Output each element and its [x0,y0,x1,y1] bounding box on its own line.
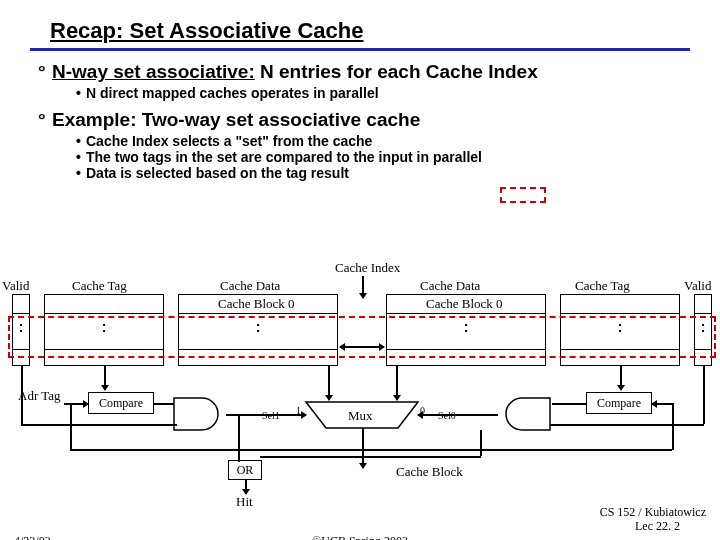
label-valid-right: Valid [684,278,711,294]
label-hit: Hit [236,494,253,510]
wire-valid-right-down [703,366,705,424]
footer-course1: CS 152 / Kubiatowicz [600,505,706,520]
cache-diagram: Cache Index Valid Cache Tag Cache Data C… [0,268,720,540]
red-row-highlight [8,316,716,358]
bullet-example: °Example: Two-way set associative cache [38,109,690,131]
label-cache-block: Cache Block [396,464,463,480]
wire-data-right-down [396,366,398,400]
arrow-set-right [362,346,384,348]
label-block0-right: Cache Block 0 [426,296,503,312]
wire-andr-across [260,456,481,458]
wire-adrtag-to-compare-r [652,403,672,405]
wire-adrtag-long-up [672,403,674,450]
slide-title: Recap: Set Associative Cache [50,18,690,44]
wire-tag-right-down [620,366,622,390]
label-sel0: Sel0 [438,410,456,421]
wire-valid-left-down [21,366,23,424]
and-gate-left [172,396,228,432]
sub-ex-3: •Data is selected based on the tag resul… [76,165,690,181]
wire-compare-left-out [154,403,174,405]
compare-left: Compare [88,392,154,414]
label-adr-tag: Adr Tag [18,388,61,404]
wire-adrtag-long-across [70,449,672,451]
footer-course2: Lec 22. 2 [635,519,680,534]
wire-valid-right-across [550,424,704,426]
label-mux: Mux [348,408,373,424]
arrow-set-left [340,346,362,348]
label-block0-left: Cache Block 0 [218,296,295,312]
bullet-nway: °N-way set associative: N entries for ea… [38,61,690,83]
label-cache-index: Cache Index [335,260,400,276]
sub-ex-1: •Cache Index selects a "set" from the ca… [76,133,690,149]
wire-tag-left-down [104,366,106,390]
wire-compare-right-out [552,403,586,405]
wire-adrtag-long-down [70,405,72,449]
wire-mux-out [362,428,364,468]
footer-copyright: ©UCB Spring 2003 [0,534,720,540]
and-gate-right [496,396,552,432]
wire-andr-down [480,430,482,456]
label-valid-left: Valid [2,278,29,294]
arrow-cache-index [362,276,364,298]
wire-andl-down [238,414,240,462]
label-data-right: Cache Data [420,278,480,294]
or-gate: OR [228,460,262,480]
title-rule [30,48,690,51]
wire-and-right-to-mux [418,414,498,416]
sub-nway-1: •N direct mapped caches operates in para… [76,85,690,101]
wire-or-out [245,480,247,494]
label-sel1: Sel1 [262,410,280,421]
label-tag-left: Cache Tag [72,278,127,294]
wire-valid-left-across [21,424,177,426]
wire-data-left-down [328,366,330,400]
red-box-set-callout [500,187,546,203]
compare-right: Compare [586,392,652,414]
sub-ex-2: •The two tags in the set are compared to… [76,149,690,165]
wire-adrtag-to-compare-l [64,403,88,405]
label-data-left: Cache Data [220,278,280,294]
label-tag-right: Cache Tag [575,278,630,294]
